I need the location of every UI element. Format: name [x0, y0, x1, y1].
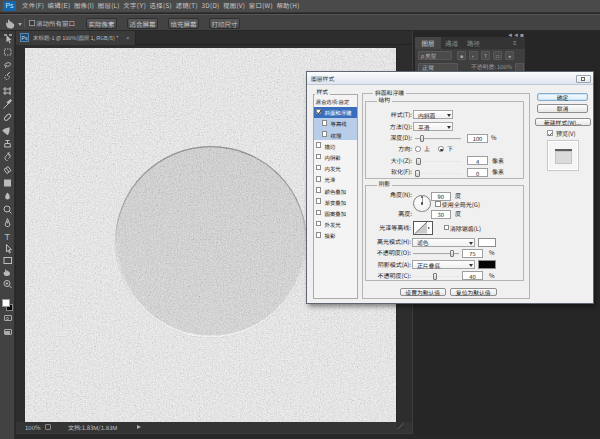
svg-text:T: T: [5, 232, 11, 242]
